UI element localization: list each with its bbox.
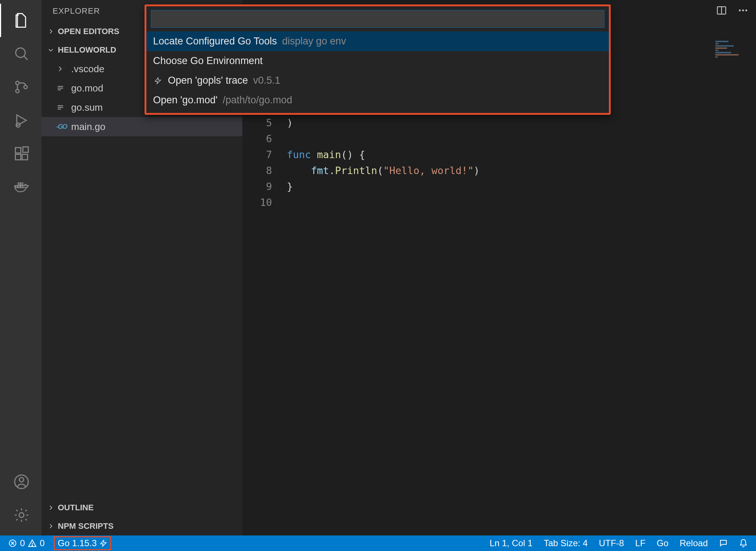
status-reload[interactable]: Reload <box>677 538 710 548</box>
svg-point-16 <box>19 478 24 482</box>
source-control-activity-icon[interactable] <box>0 70 42 104</box>
npm-scripts-section[interactable]: NPM SCRIPTS <box>42 517 242 535</box>
search-activity-icon[interactable] <box>0 37 42 70</box>
tree-file-maingo[interactable]: -GO main.go <box>42 117 242 136</box>
status-bell-icon[interactable] <box>737 539 750 548</box>
command-palette: Locate Configured Go Tools display go en… <box>145 4 611 115</box>
line-number: 10 <box>242 194 272 210</box>
folder-label: HELLOWORLD <box>58 45 116 55</box>
status-go-version[interactable]: Go 1.15.3 <box>54 536 111 550</box>
status-language-mode[interactable]: Go <box>654 538 671 548</box>
svg-rect-7 <box>15 154 21 160</box>
open-editors-label: OPEN EDITORS <box>58 27 119 36</box>
error-icon <box>8 539 17 548</box>
svg-rect-6 <box>15 148 21 153</box>
command-palette-item-label: Open 'go.mod' <box>153 94 218 106</box>
status-error-count: 0 <box>20 538 25 548</box>
lines-file-icon <box>56 84 71 92</box>
tree-label: main.go <box>71 121 106 133</box>
command-palette-item-desc: display go env <box>282 36 346 47</box>
svg-point-3 <box>16 89 19 93</box>
svg-point-2 <box>16 81 19 84</box>
line-number: 7 <box>242 147 272 163</box>
docker-activity-icon[interactable] <box>0 170 42 204</box>
explorer-activity-icon[interactable] <box>0 4 42 37</box>
code-lines: ) func main() { fmt.Println("Hello, worl… <box>287 115 756 535</box>
run-debug-activity-icon[interactable] <box>0 104 42 137</box>
outline-section[interactable]: OUTLINE <box>42 498 242 517</box>
line-number: 5 <box>242 115 272 131</box>
svg-marker-29 <box>155 77 161 84</box>
account-activity-icon[interactable] <box>0 465 42 498</box>
status-tab-size[interactable]: Tab Size: 4 <box>541 538 590 548</box>
svg-point-34 <box>32 545 33 546</box>
status-go-version-label: Go 1.15.3 <box>58 538 97 548</box>
chevron-right-icon <box>46 28 56 35</box>
command-palette-item[interactable]: Locate Configured Go Tools display go en… <box>146 31 609 51</box>
file-tree: .vscode go.mod go.sum -GO main.go <box>42 59 242 498</box>
command-palette-item[interactable]: Open 'go.mod' /path/to/go.mod <box>146 90 609 110</box>
tree-label: go.sum <box>71 102 103 113</box>
svg-rect-14 <box>21 183 23 185</box>
extensions-activity-icon[interactable] <box>0 137 42 170</box>
status-problems[interactable]: 0 0 <box>6 538 47 548</box>
command-palette-input[interactable] <box>151 10 604 28</box>
svg-rect-8 <box>22 154 27 160</box>
svg-point-17 <box>19 513 24 518</box>
line-number: 8 <box>242 163 272 178</box>
status-encoding[interactable]: UTF-8 <box>597 538 626 548</box>
zap-icon <box>153 77 163 84</box>
go-file-icon: -GO <box>56 123 71 131</box>
command-palette-item-label: Choose Go Environment <box>153 55 263 67</box>
status-ln-col[interactable]: Ln 1, Col 1 <box>487 538 535 548</box>
more-actions-icon[interactable] <box>737 5 749 17</box>
chevron-right-icon <box>46 523 56 530</box>
svg-rect-13 <box>18 183 20 185</box>
tree-label: .vscode <box>71 63 105 75</box>
command-palette-list: Locate Configured Go Tools display go en… <box>146 31 609 113</box>
status-warning-count: 0 <box>40 538 44 548</box>
status-eol[interactable]: LF <box>633 538 648 548</box>
status-feedback-icon[interactable] <box>717 539 730 548</box>
command-palette-item-desc: v0.5.1 <box>253 75 281 86</box>
lines-file-icon <box>56 103 71 111</box>
npm-scripts-label: NPM SCRIPTS <box>58 521 113 531</box>
line-number: 9 <box>242 178 272 194</box>
command-palette-item[interactable]: Choose Go Environment <box>146 51 609 71</box>
svg-point-4 <box>24 85 27 89</box>
svg-point-0 <box>16 48 25 57</box>
svg-marker-35 <box>101 540 106 547</box>
tree-label: go.mod <box>71 83 103 94</box>
svg-point-27 <box>742 10 744 11</box>
line-number-gutter: 5 6 7 8 9 10 <box>242 115 287 535</box>
command-palette-item[interactable]: Open 'gopls' trace v0.5.1 <box>146 71 609 90</box>
command-palette-item-label: Locate Configured Go Tools <box>153 36 277 47</box>
svg-point-26 <box>739 10 741 11</box>
chevron-right-icon <box>46 504 56 511</box>
activity-bar <box>0 0 42 535</box>
outline-label: OUTLINE <box>58 503 94 512</box>
svg-line-1 <box>24 56 27 60</box>
command-palette-item-label: Open 'gopls' trace <box>168 75 248 86</box>
svg-rect-9 <box>23 147 28 153</box>
chevron-right-icon <box>56 65 71 73</box>
svg-point-28 <box>745 10 747 11</box>
chevron-down-icon <box>46 47 56 53</box>
split-editor-icon[interactable] <box>716 5 727 17</box>
command-palette-item-desc: /path/to/go.mod <box>223 94 292 106</box>
settings-activity-icon[interactable] <box>0 498 42 532</box>
line-number: 6 <box>242 131 272 147</box>
warning-icon <box>28 539 37 548</box>
status-bar: 0 0 Go 1.15.3 Ln 1, Col 1 Tab Size: 4 UT… <box>0 535 756 551</box>
zap-icon <box>100 540 107 547</box>
